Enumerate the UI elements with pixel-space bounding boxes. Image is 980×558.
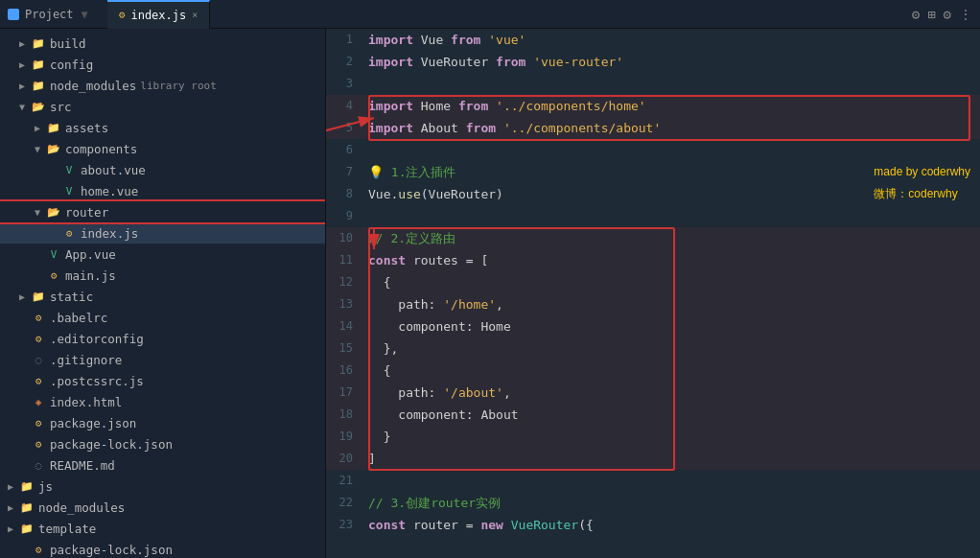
line-num-10: 10 [326,227,364,249]
label-index-html: index.html [50,395,122,409]
code-line-21: 21 [326,470,980,492]
line-num-16: 16 [326,360,364,382]
watermark-text: made by coderwhy微博：coderwhy [874,161,970,205]
code-line-17: 17 path: '/about', [326,382,980,404]
sidebar-item-router[interactable]: 📂 router [0,201,325,222]
tab-file-icon: ⚙ [119,9,126,21]
line-num-15: 15 [326,337,364,360]
line-code-21 [364,470,980,492]
tab-close-button[interactable]: × [192,10,198,20]
sidebar-item-about-vue[interactable]: V about.vue [0,159,325,180]
sidebar-item-node-modules[interactable]: 📁 node_modules library root [0,75,325,96]
project-icon [8,9,19,20]
sidebar-item-static[interactable]: 📁 static [0,286,325,307]
label-editorconfig: .editorconfig [50,332,144,346]
line-code-19: } [364,426,980,448]
folder-icon-js: 📁 [20,479,34,493]
arrow-babelrc [15,311,29,324]
arrow-index-html [15,395,29,408]
sidebar-item-package-json[interactable]: ⚙ package.json [0,412,325,433]
code-line-14: 14 component: Home [326,315,980,337]
md-icon-readme: ◌ [32,458,45,472]
editor-tabs: ⚙ index.js × [107,0,210,29]
label-build: build [50,36,86,51]
rc-icon-editorconfig: ⚙ [32,332,45,345]
label-app-vue: App.vue [65,247,116,262]
code-area: 1 import Vue from 'vue' 2 import VueRout… [326,29,980,536]
arrow-template [4,522,17,535]
sidebar-item-app-vue[interactable]: V App.vue [0,244,325,265]
code-line-20: 20 ] [326,448,980,470]
label-gitignore: .gitignore [50,353,122,367]
sidebar-item-home-vue[interactable]: V home.vue [0,180,325,201]
sidebar-item-main-js[interactable]: ⚙ main.js [0,265,325,286]
code-line-2: 2 import VueRouter from 'vue-router' [326,51,980,73]
settings-icon[interactable]: ⚙ [912,7,920,22]
label-assets: assets [65,121,108,135]
sidebar-item-components[interactable]: 📂 components [0,138,325,159]
arrow-js-folder [4,479,17,493]
arrow-package-json [15,416,29,430]
line-code-18: component: About [364,404,980,426]
folder-icon-node-modules: 📁 [32,79,45,92]
arrow-router [31,205,44,219]
tab-index-js[interactable]: ⚙ index.js × [107,0,210,29]
more-icon[interactable]: ⋮ [959,7,972,22]
sidebar-item-readme[interactable]: ◌ README.md [0,454,325,476]
main-area: 📁 build 📁 config 📁 node_modules library … [0,29,980,558]
sidebar-item-assets[interactable]: 📁 assets [0,117,325,138]
label-static: static [50,290,93,304]
label-components: components [65,142,137,156]
label-template: template [38,522,96,536]
folder-icon-node-modules2: 📁 [20,500,34,514]
code-line-4: 4 import Home from '../components/home' [326,95,980,117]
code-line-18: 18 component: About [326,404,980,426]
label-src: src [50,100,72,114]
arrow-readme [15,458,29,472]
editor-scroll[interactable]: 1 import Vue from 'vue' 2 import VueRout… [326,29,980,558]
label-router: router [65,205,108,220]
code-line-10: 10 // 2.定义路由 [326,227,980,249]
code-line-22: 22 // 3.创建router实例 [326,492,980,514]
sidebar-item-package-lock2[interactable]: ⚙ package-lock.json [0,539,325,558]
sidebar-item-index-js[interactable]: ⚙ index.js [0,222,325,244]
project-dropdown-icon[interactable]: ▼ [82,8,88,21]
line-num-5: 5 [326,117,364,139]
sidebar-item-build[interactable]: 📁 build [0,33,325,54]
code-line-7: 7 💡 1.注入插件 made by coderwhy微博：coderwhy [326,161,980,183]
sidebar-item-package-lock-json[interactable]: ⚙ package-lock.json [0,433,325,454]
sidebar-item-js-folder[interactable]: 📁 js [0,476,325,497]
folder-icon-static: 📁 [32,290,45,303]
sidebar-item-editorconfig[interactable]: ⚙ .editorconfig [0,328,325,349]
label-babelrc: .babelrc [50,311,107,325]
line-code-4: import Home from '../components/home' [364,95,980,117]
line-num-18: 18 [326,404,364,426]
sidebar-item-template[interactable]: 📁 template [0,518,325,539]
folder-icon-assets: 📁 [47,121,60,134]
sidebar-item-gitignore[interactable]: ◌ .gitignore [0,349,325,370]
arrow-build [15,36,29,50]
sidebar-item-node-modules2[interactable]: 📁 node_modules [0,497,325,518]
label-index-js: index.js [81,226,138,241]
line-code-20: ] [364,448,980,470]
sidebar-item-config[interactable]: 📁 config [0,54,325,75]
line-code-14: component: Home [364,315,980,337]
line-code-9 [364,205,980,227]
arrow-home-vue [46,184,59,198]
line-num-9: 9 [326,205,364,227]
sidebar-item-index-html[interactable]: ◈ index.html [0,391,325,412]
line-num-12: 12 [326,271,364,293]
code-line-15: 15 }, [326,337,980,360]
line-num-6: 6 [326,139,364,161]
arrow-package-lock2 [15,543,29,556]
label-package-lock-json: package-lock.json [50,437,173,452]
folder-icon-build: 📁 [32,36,45,50]
line-num-20: 20 [326,448,364,470]
sidebar-item-postcssrc[interactable]: ⚙ .postcssrc.js [0,370,325,391]
sidebar-item-src[interactable]: 📂 src [0,96,325,117]
gear2-icon[interactable]: ⚙ [944,7,951,22]
title-bar-actions: ⚙ ⊞ ⚙ ⋮ [912,7,972,22]
sidebar-item-babelrc[interactable]: ⚙ .babelrc [0,307,325,328]
split-icon[interactable]: ⊞ [927,7,935,22]
line-code-16: { [364,360,980,382]
